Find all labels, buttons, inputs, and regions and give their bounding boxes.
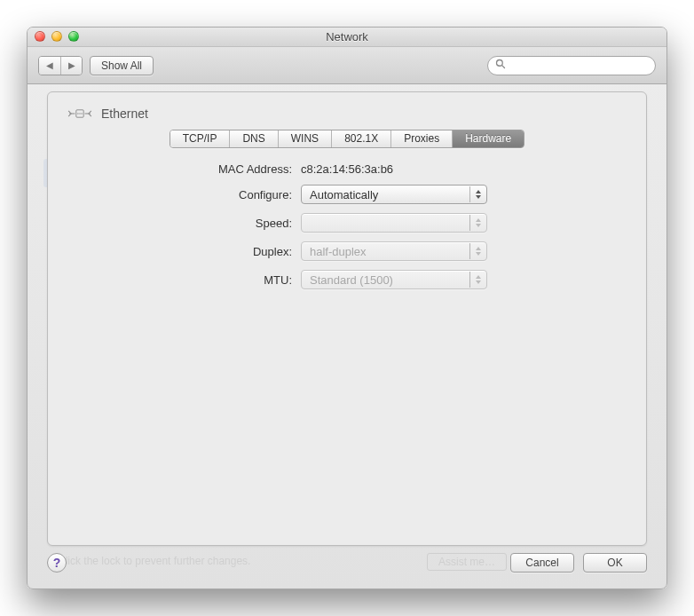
window-controls — [35, 31, 79, 42]
chevron-updown-icon — [469, 243, 485, 259]
mac-address-label: MAC Address: — [66, 162, 292, 176]
duplex-value: half-duplex — [310, 245, 367, 258]
help-button[interactable]: ? — [47, 553, 67, 573]
tab-wins[interactable]: WINS — [278, 130, 331, 147]
toolbar: ◀ ▶ Show All — [28, 47, 666, 84]
svg-point-4 — [79, 113, 80, 114]
forward-button[interactable]: ▶ — [60, 57, 82, 75]
nav-buttons: ◀ ▶ — [38, 56, 83, 75]
cancel-button[interactable]: Cancel — [510, 553, 574, 573]
ethernet-icon — [67, 105, 92, 122]
show-all-button[interactable]: Show All — [90, 56, 154, 75]
duplex-popup: half-duplex — [301, 241, 487, 261]
network-preferences-window: Network ◀ ▶ Show All Location: Home Wi-F… — [27, 27, 667, 589]
mtu-value: Standard (1500) — [310, 273, 393, 287]
svg-point-3 — [77, 113, 78, 114]
tab-hardware[interactable]: Hardware — [452, 130, 524, 147]
window-title: Network — [326, 30, 368, 43]
close-icon[interactable] — [35, 31, 45, 42]
content-area: Location: Home Wi-Fi Ethernet FireWire B… — [28, 84, 666, 588]
speed-popup — [301, 213, 487, 233]
ok-button[interactable]: OK — [583, 553, 647, 573]
duplex-label: Duplex: — [66, 245, 292, 258]
svg-line-1 — [502, 66, 505, 68]
configure-value: Automatically — [310, 188, 378, 201]
tab-dns[interactable]: DNS — [229, 130, 277, 147]
configure-label: Configure: — [66, 188, 292, 201]
tab-8021x[interactable]: 802.1X — [331, 130, 390, 147]
tab-proxies[interactable]: Proxies — [390, 130, 452, 147]
back-button[interactable]: ◀ — [39, 57, 60, 75]
search-input[interactable] — [510, 59, 648, 72]
mtu-popup: Standard (1500) — [301, 270, 487, 289]
mac-address-value: c8:2a:14:56:3a:b6 — [301, 162, 505, 176]
tab-tcpip[interactable]: TCP/IP — [170, 130, 230, 147]
svg-point-5 — [81, 113, 82, 114]
hardware-form: MAC Address: c8:2a:14:56:3a:b6 Configure… — [66, 162, 628, 289]
minimize-icon[interactable] — [51, 31, 62, 42]
advanced-sheet: Ethernet TCP/IP DNS WINS 802.1X Proxies … — [47, 91, 647, 546]
chevron-updown-icon — [469, 272, 485, 288]
mtu-label: MTU: — [66, 273, 292, 287]
titlebar: Network — [28, 28, 666, 47]
chevron-updown-icon — [469, 215, 485, 231]
tab-bar: TCP/IP DNS WINS 802.1X Proxies Hardware — [66, 130, 628, 148]
search-icon — [495, 59, 506, 72]
chevron-updown-icon — [469, 186, 485, 202]
sheet-title: Ethernet — [101, 107, 148, 121]
configure-popup[interactable]: Automatically — [301, 185, 487, 204]
search-field[interactable] — [487, 56, 656, 75]
zoom-icon[interactable] — [68, 31, 79, 42]
speed-label: Speed: — [66, 217, 292, 230]
sheet-footer: ? Cancel OK — [47, 548, 647, 578]
